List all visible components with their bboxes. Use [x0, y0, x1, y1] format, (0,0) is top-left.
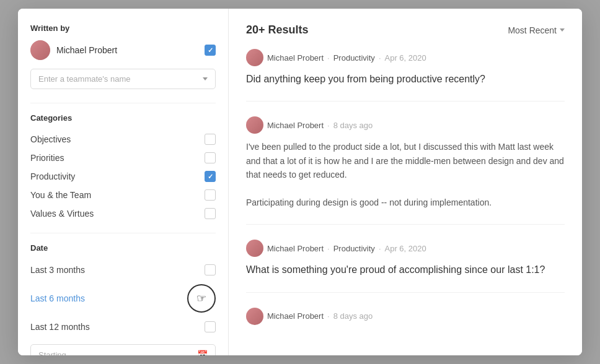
date-option-6months[interactable]: Last 6 months ☞	[30, 280, 216, 317]
result-2-avatar	[246, 116, 263, 134]
result-2-meta: Michael Probert · 8 days ago	[246, 116, 565, 134]
result-item-4: Michael Probert · 8 days ago	[246, 308, 565, 346]
results-count: 20+ Results	[246, 24, 309, 37]
result-3-author: Michael Probert	[267, 244, 324, 253]
result-4-avatar	[246, 308, 263, 325]
category-item-priorities[interactable]: Priorities	[30, 149, 216, 167]
sort-label: Most Recent	[508, 25, 557, 35]
category-checkbox-objectives[interactable]	[205, 134, 216, 145]
result-1-avatar	[246, 49, 263, 66]
starting-placeholder: Starting	[38, 350, 197, 356]
category-item-objectives[interactable]: Objectives	[30, 130, 216, 149]
category-checkbox-priorities[interactable]	[205, 152, 216, 163]
result-1-question: Did anything keep you from being product…	[246, 72, 565, 86]
result-2-author: Michael Probert	[267, 121, 324, 130]
author-row: Michael Probert	[30, 40, 216, 60]
date-options: Last 3 months Last 6 months ☞ Last 12 mo…	[30, 260, 216, 337]
category-item-productivity[interactable]: Productivity	[30, 167, 216, 186]
sort-dropdown[interactable]: Most Recent	[508, 25, 565, 35]
result-3-dot-1: ·	[327, 244, 330, 253]
result-3-question: What is something you're proud of accomp…	[246, 263, 565, 277]
date-option-3months[interactable]: Last 3 months	[30, 260, 216, 280]
result-2-dot: ·	[327, 121, 330, 130]
left-panel: Written by Michael Probert Enter a teamm…	[18, 9, 229, 355]
result-1-dot-2: ·	[379, 53, 381, 63]
category-checkbox-you-team[interactable]	[205, 189, 216, 201]
result-4-timeago: 8 days ago	[333, 311, 373, 321]
category-label-priorities: Priorities	[30, 153, 64, 163]
result-4-dot: ·	[327, 311, 330, 321]
date-12months-radio[interactable]	[205, 321, 216, 332]
result-3-date: Apr 6, 2020	[385, 244, 426, 253]
result-1-date: Apr 6, 2020	[385, 53, 426, 63]
avatar-image	[30, 40, 50, 60]
date-6months-label: Last 6 months	[30, 293, 85, 303]
result-3-category: Productivity	[333, 244, 375, 253]
date-6months-circle-btn[interactable]: ☞	[187, 284, 216, 313]
result-1-meta: Michael Probert · Productivity · Apr 6, …	[246, 49, 565, 66]
results-header: 20+ Results Most Recent	[246, 24, 565, 37]
result-1-category: Productivity	[333, 53, 375, 63]
date-12months-label: Last 12 months	[30, 322, 90, 332]
sort-chevron-icon	[560, 28, 565, 32]
category-label-objectives: Objectives	[30, 134, 71, 144]
author-checkbox[interactable]	[205, 45, 216, 56]
date-3months-radio[interactable]	[205, 264, 216, 275]
starting-date-input[interactable]: Starting 📅	[30, 344, 216, 355]
teammate-placeholder: Enter a teammate's name	[38, 74, 130, 84]
teammate-input[interactable]: Enter a teammate's name	[30, 69, 216, 89]
modal-overlay: Written by Michael Probert Enter a teamm…	[0, 0, 600, 364]
category-checkbox-values[interactable]	[205, 208, 216, 219]
result-item-1: Michael Probert · Productivity · Apr 6, …	[246, 49, 565, 102]
result-4-author: Michael Probert	[267, 311, 324, 321]
modal: Written by Michael Probert Enter a teamm…	[18, 9, 582, 355]
result-item-3: Michael Probert · Productivity · Apr 6, …	[246, 240, 565, 292]
result-2-timeago: 8 days ago	[333, 121, 373, 130]
categories-list: Objectives Priorities Productivity You &…	[30, 130, 216, 223]
result-3-avatar	[246, 240, 263, 257]
written-by-label: Written by	[30, 24, 216, 33]
calendar-icon-start: 📅	[197, 350, 208, 355]
category-label-you-team: You & the Team	[30, 190, 91, 200]
category-item-you-team[interactable]: You & the Team	[30, 186, 216, 204]
result-4-meta: Michael Probert · 8 days ago	[246, 308, 565, 325]
category-label-values: Values & Virtues	[30, 209, 94, 219]
result-1-author: Michael Probert	[267, 53, 324, 63]
result-item-2: Michael Probert · 8 days ago I've been p…	[246, 116, 565, 225]
category-checkbox-productivity[interactable]	[205, 171, 216, 182]
category-label-productivity: Productivity	[30, 171, 75, 181]
divider-2	[30, 233, 216, 233]
result-1-dot-1: ·	[327, 53, 330, 63]
result-2-body: I've been pulled to the product side a l…	[246, 140, 565, 209]
result-3-meta: Michael Probert · Productivity · Apr 6, …	[246, 240, 565, 257]
cursor-icon: ☞	[196, 292, 206, 305]
result-3-dot-2: ·	[379, 244, 381, 253]
date-3months-label: Last 3 months	[30, 265, 85, 275]
divider-1	[30, 103, 216, 103]
category-item-values[interactable]: Values & Virtues	[30, 204, 216, 223]
categories-label: Categories	[30, 113, 216, 123]
date-label: Date	[30, 243, 216, 253]
right-panel: 20+ Results Most Recent Michael Probert …	[229, 9, 582, 355]
avatar	[30, 40, 50, 60]
chevron-down-icon	[203, 77, 208, 80]
date-option-12months[interactable]: Last 12 months	[30, 317, 216, 337]
author-name: Michael Probert	[56, 45, 205, 55]
